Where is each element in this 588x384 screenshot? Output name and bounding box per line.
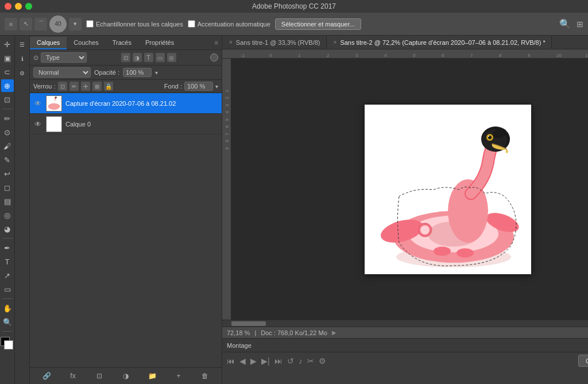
step-back-icon[interactable]: ◀: [239, 356, 246, 366]
creer-btn-label: Créer un montage vidéo: [586, 358, 588, 364]
healing-brush-tool[interactable]: ⊙: [1, 126, 14, 139]
lasso-tool[interactable]: ⊂: [1, 66, 14, 78]
brush-tool[interactable]: 🖌: [1, 140, 14, 152]
shape-tool[interactable]: ▭: [1, 283, 14, 295]
filter-select[interactable]: Type: [41, 52, 87, 63]
add-mask-icon[interactable]: ⊡: [94, 370, 105, 382]
tab-calques[interactable]: Calques: [30, 37, 67, 49]
crop-tool[interactable]: ⊡: [1, 93, 14, 106]
lasso-tool-icon[interactable]: ⌒: [34, 18, 47, 30]
settings-icon[interactable]: ⚙: [319, 356, 326, 366]
selection-tool-icon[interactable]: ↖: [20, 18, 32, 30]
tab-traces[interactable]: Tracés: [106, 37, 138, 49]
step-forward-icon[interactable]: ▶|: [261, 356, 270, 366]
search-icon[interactable]: 🔍: [559, 18, 571, 29]
lock-all-icon[interactable]: 🔒: [104, 82, 113, 91]
scrollbar-thumb-h[interactable]: [231, 321, 266, 326]
skip-start-icon[interactable]: ⏮: [227, 356, 235, 366]
quick-select-tool[interactable]: ⊕: [1, 79, 14, 92]
lock-image-icon[interactable]: ✏: [69, 82, 79, 91]
maximize-button[interactable]: [25, 3, 32, 10]
app-title: Adobe Photoshop CC 2017: [252, 2, 336, 10]
create-group-icon[interactable]: 📁: [146, 370, 158, 382]
layer-visibility-toggle[interactable]: 👁: [33, 99, 42, 108]
lock-artboard-icon[interactable]: ⊠: [92, 82, 102, 91]
filter-pixel-icon[interactable]: ⊡: [121, 53, 130, 62]
loop-icon[interactable]: ↺: [287, 356, 294, 366]
svg-point-15: [488, 136, 489, 137]
link-layers-icon[interactable]: 🔗: [41, 370, 52, 382]
opacity-dropdown-icon[interactable]: ▾: [155, 70, 158, 76]
filter-icons: ⊡ ◑ T ▭ ◎: [121, 53, 176, 62]
view-arrange-icon[interactable]: ⊞: [577, 20, 583, 29]
panel-menu-icon[interactable]: ≡: [211, 37, 222, 49]
blend-mode-select[interactable]: Normal: [33, 67, 91, 78]
history-brush-tool[interactable]: ↩: [1, 167, 14, 180]
h-ruler-marks: -1 0 1 2 3 4 5 6 7 8 9 10 11 12 13: [241, 53, 588, 58]
hand-tool[interactable]: ✋: [1, 302, 14, 314]
canvas-scroll-area[interactable]: [231, 59, 588, 320]
tab-proprietes[interactable]: Propriétés: [138, 37, 181, 49]
type-tool[interactable]: T: [1, 255, 14, 268]
layers-panel: Calques Couches Tracés Propriétés ≡ ⊙ Ty…: [30, 36, 222, 384]
gradient-tool[interactable]: ▤: [1, 195, 14, 208]
brush-options-icon[interactable]: ▾: [69, 18, 82, 30]
layer-item[interactable]: 👁 Capture d'écran 2020-07-06 à 08.21.02: [30, 93, 222, 114]
history-panel-toggle[interactable]: ☰: [16, 38, 29, 51]
rectangular-marquee-tool[interactable]: ▣: [1, 52, 14, 64]
layer-item[interactable]: 👁 Calque 0: [30, 114, 222, 135]
audio-icon[interactable]: ♪: [299, 356, 303, 366]
status-arrow-icon[interactable]: ▶: [332, 329, 336, 336]
minimize-button[interactable]: [15, 3, 22, 10]
echantillonner-checkbox[interactable]: [86, 20, 94, 28]
info-panel-toggle[interactable]: ℹ: [16, 52, 29, 65]
dodge-tool[interactable]: ◕: [1, 222, 14, 235]
blur-tool[interactable]: ◎: [1, 209, 14, 221]
layer-thumb-image: [47, 96, 61, 111]
clone-stamp-tool[interactable]: ✎: [1, 153, 14, 166]
skip-end-icon[interactable]: ⏭: [274, 356, 283, 366]
filter-shape-icon[interactable]: ▭: [156, 53, 165, 62]
pen-tool[interactable]: ✒: [1, 241, 14, 254]
add-adjustment-icon[interactable]: ◑: [120, 370, 131, 382]
lock-position-icon[interactable]: ✛: [81, 82, 90, 91]
horizontal-scrollbar[interactable]: [222, 320, 588, 327]
filter-smart-icon[interactable]: ◎: [167, 53, 176, 62]
top-toolbar: ≡ ↖ ⌒ 40 ▾ Echantillonner tous les calqu…: [0, 13, 588, 36]
zoom-tool[interactable]: 🔍: [1, 316, 14, 328]
tab-couches[interactable]: Couches: [67, 37, 105, 49]
accentuation-checkbox[interactable]: [188, 20, 195, 28]
eraser-tool[interactable]: ◻: [1, 181, 14, 194]
close-button[interactable]: [5, 3, 11, 10]
doc-tab-2[interactable]: × Sans titre-2 @ 72,2% (Capture d'écran …: [327, 36, 552, 49]
lock-transparent-icon[interactable]: ⊡: [58, 82, 67, 91]
fill-dropdown-icon[interactable]: ▾: [215, 83, 218, 90]
filter-adjust-icon[interactable]: ◑: [133, 53, 142, 62]
play-icon[interactable]: ▶: [250, 356, 257, 366]
layer-visibility-toggle[interactable]: 👁: [33, 120, 42, 129]
blend-opacity-row: Normal Opacité : ▾: [30, 66, 222, 80]
doc-tab-close-1[interactable]: ×: [228, 39, 234, 45]
opacity-input[interactable]: [123, 68, 152, 77]
color-selector[interactable]: [1, 337, 14, 351]
doc-tab-close-2[interactable]: ×: [332, 39, 338, 45]
move-tool[interactable]: ✛: [1, 38, 14, 51]
path-selection-tool[interactable]: ↗: [1, 269, 14, 282]
status-divider: |: [254, 329, 256, 336]
cut-icon[interactable]: ✂: [307, 356, 314, 366]
create-layer-icon[interactable]: +: [173, 370, 184, 382]
select-mask-button[interactable]: Sélectionner et masquer...: [275, 18, 361, 30]
eyedropper-tool[interactable]: ✏: [1, 112, 14, 125]
filter-toggle[interactable]: [210, 53, 218, 62]
menu-icon[interactable]: ≡: [5, 18, 17, 30]
filter-type-icon[interactable]: T: [144, 53, 153, 62]
delete-layer-icon[interactable]: 🗑: [199, 370, 211, 382]
adjustments-toggle[interactable]: ⚙: [16, 67, 29, 79]
add-style-icon[interactable]: fx: [67, 370, 79, 382]
background-color[interactable]: [4, 340, 13, 350]
creer-montage-button[interactable]: Créer un montage vidéo ▾: [578, 355, 588, 367]
window-controls[interactable]: [5, 3, 32, 10]
fill-input[interactable]: [184, 82, 213, 91]
brush-size-indicator[interactable]: 40: [49, 16, 67, 33]
doc-tab-1[interactable]: × Sans titre-1 @ 33,3% (RVB/8): [222, 36, 327, 49]
